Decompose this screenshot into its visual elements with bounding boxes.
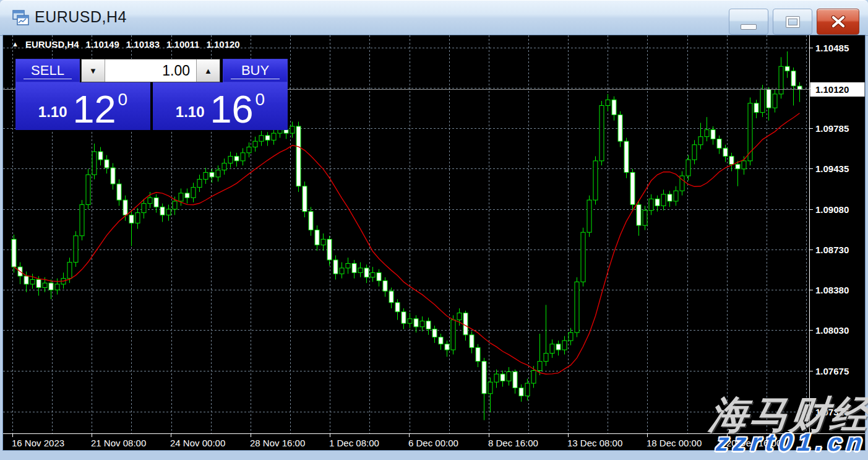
volume-input[interactable] [105,59,196,82]
window-title: EURUSD,H4 [35,8,127,26]
svg-text:1.09435: 1.09435 [815,163,849,174]
svg-text:1.10120: 1.10120 [815,84,849,95]
svg-text:21 Nov 08:00: 21 Nov 08:00 [91,438,146,448]
window-controls [729,9,859,35]
volume-increase-button[interactable]: ▲ [196,59,220,82]
ohlc-header: ▲ EURUSD,H4 1.10149 1.10183 1.10011 1.10… [12,39,240,50]
restore-icon [786,17,799,27]
svg-text:1.08730: 1.08730 [815,245,849,255]
svg-text:1.09785: 1.09785 [815,123,849,134]
svg-text:16 Nov 2023: 16 Nov 2023 [12,438,64,448]
buy-price-small: 1.10 [176,103,205,121]
buy-button[interactable]: BUY [223,59,288,82]
close-icon [831,15,846,28]
sell-price-big: 12 [73,93,116,126]
volume-decrease-button[interactable]: ▼ [82,59,105,82]
svg-text:1.10485: 1.10485 [815,43,849,53]
mt4-chart-window: { "window": { "title": "EURUSD,H4", "con… [0,0,868,460]
header-close: 1.10120 [206,39,239,50]
spin-up-icon: ▲ [204,66,212,76]
svg-text:24 Nov 00:00: 24 Nov 00:00 [170,438,225,448]
svg-text:1.08380: 1.08380 [815,285,849,295]
close-button[interactable] [817,9,859,35]
minimize-icon [741,25,756,29]
sell-price-sup: 0 [118,90,128,110]
volume-control: ▼ ▲ [81,59,220,82]
sell-button[interactable]: SELL [15,59,80,82]
header-high: 1.10183 [126,39,160,50]
buy-price-big: 16 [210,93,254,126]
sell-price-small: 1.10 [38,103,67,121]
chart-area: 1.104851.097851.094351.090801.087301.083… [3,35,865,450]
svg-text:28 Nov 16:00: 28 Nov 16:00 [250,438,305,448]
collapse-arrow-icon[interactable]: ▲ [12,40,19,48]
svg-text:1 Dec 08:00: 1 Dec 08:00 [329,438,379,448]
sell-price-display[interactable]: 1.10 12 0 [15,82,150,130]
svg-text:6 Dec 00:00: 6 Dec 00:00 [408,438,458,448]
buy-price-sup: 0 [256,90,265,110]
svg-text:8 Dec 16:00: 8 Dec 16:00 [488,438,538,448]
svg-text:13 Dec 08:00: 13 Dec 08:00 [567,438,622,448]
svg-text:1.09080: 1.09080 [815,204,849,215]
svg-text:1.07675: 1.07675 [815,366,849,376]
header-low: 1.10011 [166,39,199,50]
svg-text:1.08030: 1.08030 [815,325,849,336]
minimize-button[interactable] [729,9,768,35]
chart-window-icon[interactable] [12,10,29,25]
time-axis[interactable]: 16 Nov 202321 Nov 08:0024 Nov 00:0028 No… [12,433,781,448]
header-symbol: EURUSD,H4 [25,39,79,50]
window-titlebar[interactable]: EURUSD,H4 [0,0,868,36]
restore-button[interactable] [773,9,812,35]
price-axis[interactable]: 1.104851.097851.094351.090801.087301.083… [809,43,865,417]
trade-panel-prices: 1.10 12 0 1.10 16 0 [15,82,288,130]
spin-down-icon: ▼ [89,66,97,76]
watermark-url: zzrt01.cn [715,428,868,456]
svg-text:18 Dec 00:00: 18 Dec 00:00 [647,438,702,448]
trade-panel-top-row: SELL ▼ ▲ BUY [15,59,288,82]
buy-price-display[interactable]: 1.10 16 0 [153,82,288,130]
header-open: 1.10149 [86,39,119,50]
one-click-trading-panel: SELL ▼ ▲ BUY 1.10 12 0 1.10 16 0 [15,59,288,130]
